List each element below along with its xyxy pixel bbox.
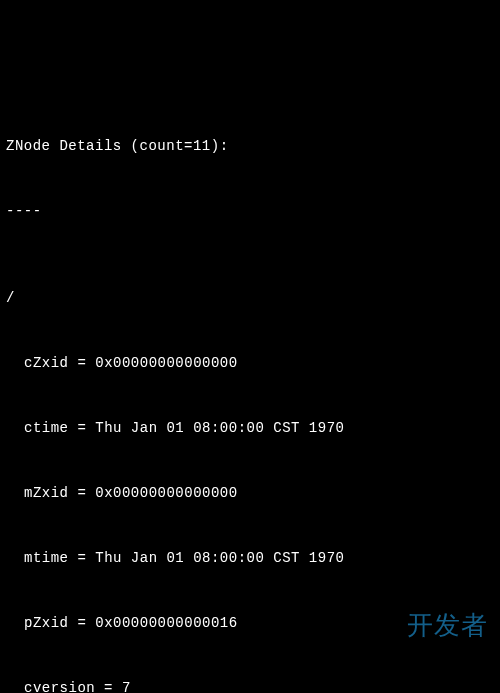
terminal-output: ZNode Details (count=11): ---- / cZxid =… <box>6 93 494 693</box>
prop-mtime: mtime = Thu Jan 01 08:00:00 CST 1970 <box>6 548 494 570</box>
prop-pzxid: pZxid = 0x00000000000016 <box>6 613 494 635</box>
prop-ctime: ctime = Thu Jan 01 08:00:00 CST 1970 <box>6 418 494 440</box>
prop-mzxid: mZxid = 0x00000000000000 <box>6 483 494 505</box>
znode-details-header: ZNode Details (count=11): <box>6 136 494 158</box>
prop-cversion: cversion = 7 <box>6 678 494 693</box>
prop-czxid: cZxid = 0x00000000000000 <box>6 353 494 375</box>
divider: ---- <box>6 201 494 223</box>
node-path: / <box>6 288 494 310</box>
